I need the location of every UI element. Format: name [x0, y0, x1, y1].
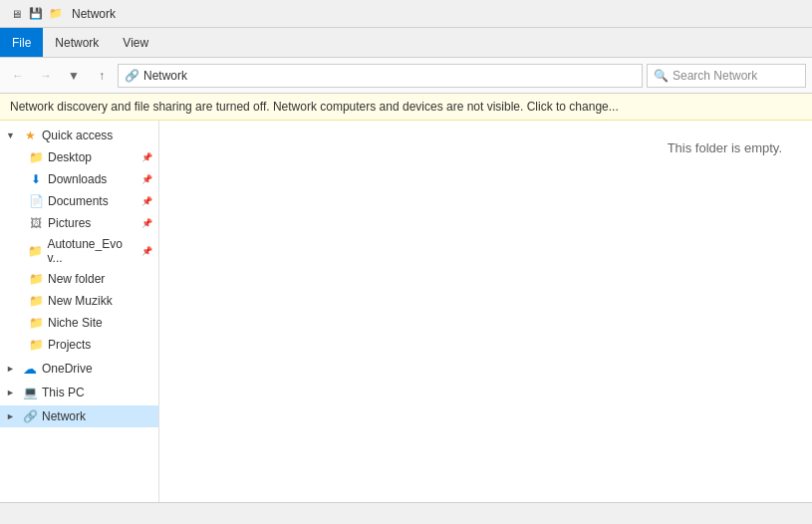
sidebar-item-label: Desktop: [48, 150, 92, 164]
status-bar: [0, 502, 812, 524]
notification-bar[interactable]: Network discovery and file sharing are t…: [0, 94, 812, 121]
address-bar: ← → ▼ ↑ 🔗 Network 🔍 Search Network: [0, 58, 812, 94]
system-icon: 🖥: [8, 6, 24, 22]
folder-yellow-icon: 📁: [28, 315, 44, 331]
sidebar-item-label: Projects: [48, 338, 91, 352]
sidebar-item-new-muzikk[interactable]: 📁 New Muzikk: [0, 290, 158, 312]
sidebar-item-label: New folder: [48, 272, 105, 286]
network-label: Network: [42, 409, 86, 423]
network-header[interactable]: ► 🔗 Network: [0, 405, 158, 427]
folder-documents-icon: 📄: [28, 193, 44, 209]
onedrive-header[interactable]: ► ☁ OneDrive: [0, 358, 158, 380]
folder-yellow-icon: 📁: [28, 271, 44, 287]
menu-file[interactable]: File: [0, 28, 43, 57]
sidebar-item-niche-site[interactable]: 📁 Niche Site: [0, 312, 158, 334]
sidebar-item-pictures[interactable]: 🖼 Pictures 📌: [0, 212, 158, 234]
pin-icon: 📌: [141, 218, 152, 228]
search-icon: 🔍: [654, 69, 669, 83]
sidebar-item-desktop[interactable]: 📁 Desktop 📌: [0, 146, 158, 168]
content-area: This folder is empty.: [159, 121, 812, 521]
sidebar-item-new-folder[interactable]: 📁 New folder: [0, 268, 158, 290]
sidebar: ▼ ★ Quick access 📁 Desktop 📌 ⬇ Downloads…: [0, 121, 159, 521]
chevron-right-icon: ►: [6, 364, 18, 374]
sidebar-item-label: Autotune_Evo v...: [47, 237, 137, 265]
network-icon: 🔗: [22, 408, 38, 424]
title-bar-icons: 🖥 💾 📁: [8, 6, 64, 22]
main-layout: ▼ ★ Quick access 📁 Desktop 📌 ⬇ Downloads…: [0, 121, 812, 521]
chevron-down-icon: ▼: [6, 131, 18, 140]
pin-icon: 📌: [141, 196, 152, 206]
thispc-header[interactable]: ► 💻 This PC: [0, 382, 158, 403]
quick-access-icon: ★: [22, 128, 38, 143]
address-path: Network: [143, 69, 187, 83]
menu-network[interactable]: Network: [43, 28, 111, 57]
quick-access-section: ▼ ★ Quick access 📁 Desktop 📌 ⬇ Downloads…: [0, 125, 158, 356]
notification-message: Network discovery and file sharing are t…: [10, 100, 619, 114]
folder-downloads-icon: ⬇: [28, 171, 44, 187]
onedrive-label: OneDrive: [42, 362, 93, 376]
quick-access-label: Quick access: [42, 129, 113, 142]
empty-folder-message: This folder is empty.: [668, 140, 782, 155]
sidebar-item-label: Niche Site: [48, 316, 103, 330]
thispc-label: This PC: [42, 386, 85, 399]
window-title: Network: [72, 7, 116, 21]
folder-desktop-icon: 📁: [28, 149, 44, 165]
dropdown-button[interactable]: ▼: [62, 64, 86, 88]
folder-yellow-icon: 📁: [28, 293, 44, 309]
onedrive-icon: ☁: [22, 361, 38, 377]
pin-icon: 📌: [141, 174, 152, 184]
address-icon: 🔗: [125, 69, 139, 83]
folder-pictures-icon: 🖼: [28, 215, 44, 231]
sidebar-item-label: Documents: [48, 194, 109, 208]
menu-bar: File Network View: [0, 28, 812, 58]
address-box[interactable]: 🔗 Network: [118, 64, 643, 88]
sidebar-item-downloads[interactable]: ⬇ Downloads 📌: [0, 168, 158, 190]
sidebar-item-label: Pictures: [48, 216, 91, 230]
quick-access-header[interactable]: ▼ ★ Quick access: [0, 125, 158, 146]
pin-icon: 📌: [141, 152, 152, 162]
pin-icon: 📌: [141, 246, 152, 256]
sidebar-item-projects[interactable]: 📁 Projects: [0, 334, 158, 356]
sidebar-item-documents[interactable]: 📄 Documents 📌: [0, 190, 158, 212]
up-button[interactable]: ↑: [90, 64, 114, 88]
menu-view[interactable]: View: [111, 28, 160, 57]
chevron-right-icon: ►: [6, 411, 18, 421]
chevron-right-icon: ►: [6, 388, 18, 397]
sidebar-item-label: New Muzikk: [48, 294, 113, 308]
thispc-icon: 💻: [22, 385, 38, 400]
thispc-section: ► 💻 This PC: [0, 382, 158, 403]
sidebar-item-autotune[interactable]: 📁 Autotune_Evo v... 📌: [0, 234, 158, 268]
folder-icon-title: 📁: [48, 6, 64, 22]
folder-yellow-icon: 📁: [28, 243, 43, 259]
onedrive-section: ► ☁ OneDrive: [0, 358, 158, 380]
title-bar: 🖥 💾 📁 Network: [0, 0, 812, 28]
back-button[interactable]: ←: [6, 64, 30, 88]
folder-yellow-icon: 📁: [28, 337, 44, 353]
network-section: ► 🔗 Network: [0, 405, 158, 427]
search-placeholder: Search Network: [673, 69, 757, 83]
save-icon[interactable]: 💾: [28, 6, 44, 22]
forward-button[interactable]: →: [34, 64, 58, 88]
search-box[interactable]: 🔍 Search Network: [647, 64, 806, 88]
sidebar-item-label: Downloads: [48, 172, 107, 186]
